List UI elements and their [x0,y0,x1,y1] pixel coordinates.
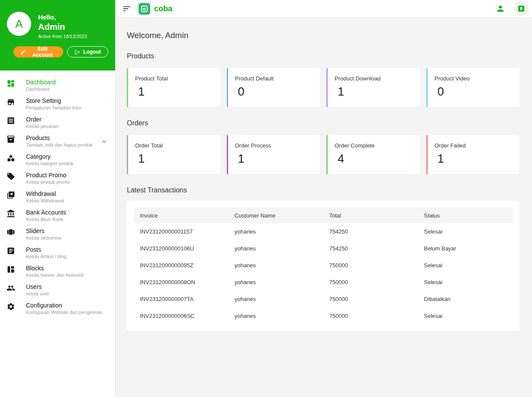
stat-value: 4 [338,152,413,166]
inventory-icon [6,135,15,144]
sidebar-item-users[interactable]: Userskelola user [0,281,115,299]
total-cell: 750000 [323,291,418,307]
gear-icon [6,302,15,311]
sort-menu-icon [122,4,132,13]
table-row: INV231200000008ON yohanes 750000 Selesai [134,274,513,291]
stat-value: 1 [138,85,213,99]
stat-label: Order Failed [435,142,513,149]
customer-cell: yohanes [229,240,323,257]
column-header-total: Total [323,208,418,223]
total-cell: 750000 [323,307,418,324]
sidebar-item-products[interactable]: ProductsTambah, edit dan hapus produk [0,132,115,150]
total-cell: 754250 [323,223,418,240]
greeting-text: Hello, [38,13,87,21]
stat-value: 0 [238,85,313,99]
sidebar-item-dashboard[interactable]: DashboardDashboard [0,76,115,95]
sidebar-item-blocks[interactable]: BlocksKelola banner dan featured [0,262,115,281]
tag-icon [6,172,15,181]
stat-value: 1 [438,152,513,166]
avatar: A [7,12,31,36]
brand-name[interactable]: coba [154,4,172,13]
account-button[interactable] [496,4,505,13]
sidebar: A Hello, Admin Active from 18/12/2023 Ed… [0,0,116,397]
stat-label: Product Download [335,75,413,82]
logout-button[interactable]: Logout [67,46,108,58]
sidebar-item-product-promo[interactable]: Product PromoKelola produk promo [0,169,115,188]
app-logo-icon[interactable] [139,3,150,15]
sidebar-profile-header: A Hello, Admin Active from 18/12/2023 Ed… [0,0,115,70]
stat-card-order-complete: Order Complete 4 [326,135,420,174]
stat-label: Product Total [135,75,213,82]
username-text: Admin [38,22,87,32]
person-icon [496,4,505,13]
orders-cards: Order Total 1 Order Process 1 Order Comp… [127,135,519,174]
invoice-cell: INV231200000007TA [134,291,229,307]
section-title-transactions: Latest Transactions [127,186,519,194]
customer-cell: yohanes [229,223,323,240]
status-cell: Selesai [418,257,513,274]
sidebar-menu: DashboardDashboard Store SettingPengatur… [0,70,115,318]
customer-cell: yohanes [229,307,323,324]
stat-value: 1 [138,152,213,166]
stat-label: Product Default [235,75,313,82]
column-header-invoice: Invoice [134,208,229,223]
status-cell: Selesai [418,223,513,240]
stat-label: Order Complete [335,142,413,149]
app-window: A Hello, Admin Active from 18/12/2023 Ed… [0,0,532,397]
stat-card-product-video: Product Video 0 [426,68,520,107]
total-cell: 750000 [323,274,418,291]
status-cell: Belum Bayar [418,240,513,257]
invoice-cell: INV23120000001157 [134,223,229,240]
stat-card-product-total: Product Total 1 [127,68,220,107]
stat-label: Order Process [235,142,313,149]
stat-label: Order Total [135,142,213,149]
stat-value: 1 [338,85,413,99]
sidebar-item-category[interactable]: CategoryKelola kategori produk [0,150,115,169]
blocks-icon [6,265,15,274]
sidebar-item-sliders[interactable]: SlidersKelola slideshow [0,225,115,243]
sidebar-item-store-setting[interactable]: Store SettingPengaturan Tampilan toko [0,95,115,113]
section-title-products: Products [127,52,519,60]
customer-cell: yohanes [229,257,323,274]
status-cell: Dibatalkan [418,291,513,307]
receipt-icon [6,116,15,125]
transactions-card: Invoice Customer Name Total Status INV23… [127,201,519,331]
sidebar-item-withdrawal[interactable]: WithdrawalKelola Withdrawal [0,188,115,206]
page-title: Welcome, Admin [127,31,519,40]
category-icon [6,154,15,162]
edit-account-button[interactable]: Edit Account [13,46,63,58]
stat-value: 1 [238,152,313,166]
table-row: INV23120000001157 yohanes 754250 Selesai [134,223,513,240]
people-icon [6,284,15,292]
table-row: INV231200000006SC yohanes 750000 Selesai [134,307,513,324]
invoice-cell: INV2312000000106U [134,240,229,257]
open-site-button[interactable] [514,1,529,16]
table-row: INV2312000000095Z yohanes 750000 Selesai [134,257,513,274]
invoice-cell: INV231200000008ON [134,274,229,291]
sidebar-item-bank-accounts[interactable]: Bank AccountsKelola Akun Bank [0,206,115,225]
stat-card-order-process: Order Process 1 [227,135,320,174]
status-cell: Selesai [418,274,513,291]
sidebar-item-order[interactable]: OrderKelola pesanan [0,113,115,132]
logout-icon [74,49,80,55]
topbar: coba [116,0,532,18]
stat-card-product-default: Product Default 0 [227,68,320,107]
carousel-icon [6,228,15,237]
table-row: INV2312000000106U yohanes 754250 Belum B… [134,240,513,257]
chevron-down-icon[interactable] [100,138,108,145]
pencil-icon [20,49,26,55]
sidebar-toggle-button[interactable] [122,3,132,14]
invoice-cell: INV2312000000095Z [134,257,229,274]
open-in-browser-icon [517,4,526,13]
withdrawal-icon [6,191,15,199]
customer-cell: yohanes [229,291,323,307]
stat-label: Product Video [435,75,513,82]
column-header-customer: Customer Name [229,208,323,223]
table-row: INV231200000007TA yohanes 750000 Dibatal… [134,291,513,307]
column-header-status: Status [418,208,513,223]
invoice-cell: INV231200000006SC [134,307,229,324]
sidebar-item-configuration[interactable]: ConfigurationKonfigurasi Website dan pen… [0,299,115,318]
sidebar-item-posts[interactable]: PostsKelola Artikel / blog [0,243,115,262]
content-column: coba Welcome, Admin Products Product Tot… [116,0,532,397]
stat-card-order-total: Order Total 1 [127,135,220,174]
